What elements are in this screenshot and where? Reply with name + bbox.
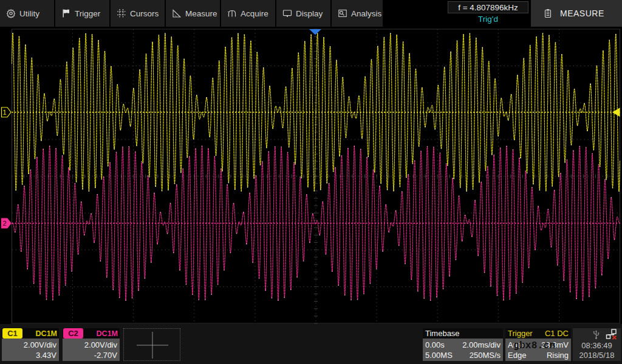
svg-text:1: 1 [2,109,6,116]
svg-text:2: 2 [2,220,6,227]
